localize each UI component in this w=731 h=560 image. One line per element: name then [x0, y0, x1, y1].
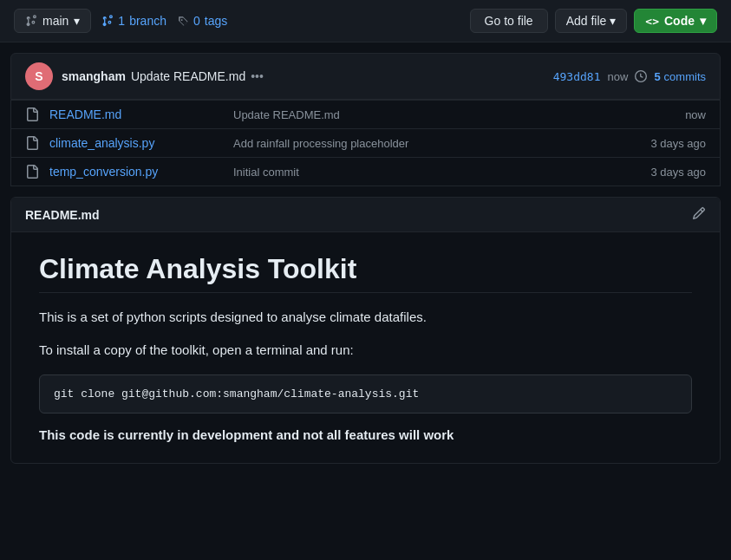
- tag-text: tags: [205, 14, 227, 28]
- file-name[interactable]: README.md: [49, 107, 223, 121]
- readme-content: Climate Analysis Toolkit This is a set o…: [11, 232, 720, 463]
- branch-icon: [25, 15, 37, 27]
- readme-paragraph2: To install a copy of the toolkit, open a…: [39, 340, 692, 361]
- branches-icon: [101, 15, 114, 27]
- file-icon: [25, 107, 39, 121]
- code-dropdown-icon: ▾: [700, 14, 706, 28]
- avatar: S: [25, 62, 53, 90]
- commit-time: now: [608, 70, 629, 83]
- edit-icon[interactable]: [692, 206, 706, 223]
- readme-section: README.md Climate Analysis Toolkit This …: [10, 197, 721, 464]
- commit-hash[interactable]: 493dd81: [553, 70, 601, 83]
- add-file-label: Add file: [566, 14, 607, 28]
- file-icon: [25, 136, 39, 150]
- add-file-button[interactable]: Add file ▾: [555, 9, 628, 33]
- toolbar: main ▾ 1 branch 0 tags Go to file Add fi…: [0, 0, 731, 42]
- commits-link[interactable]: 5 commits: [654, 70, 706, 83]
- file-time: now: [636, 108, 706, 121]
- file-time: 3 days ago: [636, 137, 706, 150]
- branches-link[interactable]: 1 branch: [101, 14, 166, 28]
- commit-info: smangham Update README.md •••: [62, 69, 545, 83]
- table-row: README.md Update README.md now: [11, 100, 720, 128]
- table-row: climate_analysis.py Add rainfall process…: [11, 128, 720, 157]
- readme-code-block: git clone git@github.com:smangham/climat…: [39, 374, 692, 413]
- readme-h1: Climate Analysis Toolkit: [39, 253, 692, 293]
- go-to-file-button[interactable]: Go to file: [470, 9, 548, 33]
- code-label: Code: [664, 14, 695, 28]
- branch-selector[interactable]: main ▾: [14, 9, 91, 33]
- code-button[interactable]: <> Code ▾: [634, 9, 717, 33]
- tag-count: 0: [193, 14, 200, 28]
- file-commit-msg: Update README.md: [233, 108, 626, 121]
- code-icon: <>: [645, 15, 659, 28]
- commit-right: 493dd81 now 5 commits: [553, 70, 706, 83]
- commit-author[interactable]: smangham: [62, 69, 126, 83]
- file-icon: [25, 165, 39, 179]
- tags-link[interactable]: 0 tags: [177, 14, 227, 28]
- branch-name: main: [42, 14, 69, 28]
- file-name[interactable]: temp_conversion.py: [49, 165, 223, 179]
- file-commit-msg: Initial commit: [233, 166, 626, 179]
- commit-row: S smangham Update README.md ••• 493dd81 …: [10, 53, 721, 100]
- readme-header: README.md: [11, 198, 720, 232]
- table-row: temp_conversion.py Initial commit 3 days…: [11, 157, 720, 186]
- branch-dropdown-icon: ▾: [74, 14, 80, 28]
- file-table: README.md Update README.md now climate_a…: [10, 100, 721, 186]
- readme-warning: This code is currently in development an…: [39, 427, 692, 442]
- file-name[interactable]: climate_analysis.py: [49, 136, 223, 150]
- commits-count: 5: [654, 70, 660, 83]
- toolbar-right: Go to file Add file ▾ <> Code ▾: [470, 9, 717, 33]
- add-file-dropdown-icon: ▾: [610, 14, 616, 28]
- commit-message: Update README.md: [131, 69, 245, 83]
- readme-title: README.md: [25, 208, 100, 222]
- commit-dots[interactable]: •••: [251, 69, 264, 83]
- branch-text: branch: [129, 14, 166, 28]
- branch-count: 1: [118, 14, 125, 28]
- file-commit-msg: Add rainfall processing placeholder: [233, 137, 626, 150]
- tag-icon: [177, 15, 189, 27]
- commits-label: commits: [664, 70, 706, 83]
- readme-paragraph1: This is a set of python scripts designed…: [39, 307, 692, 328]
- clock-icon: [635, 70, 647, 82]
- file-time: 3 days ago: [636, 166, 706, 179]
